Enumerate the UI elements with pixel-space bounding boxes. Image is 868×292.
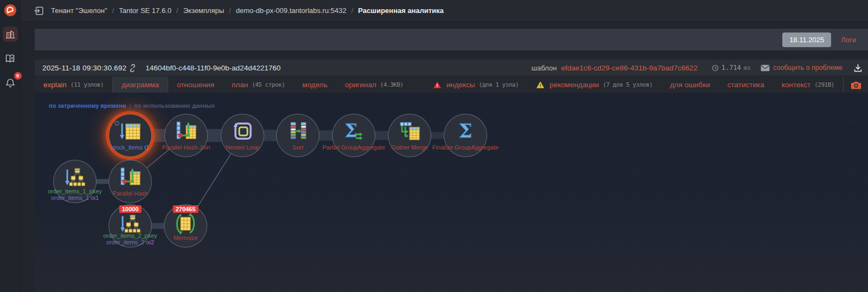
envelope-icon xyxy=(761,64,770,72)
tab-plan[interactable]: план(45 строк) xyxy=(223,76,293,93)
plan-diagram: по затраченному времени|по использованию… xyxy=(35,93,868,292)
aggregate-icon: Σ xyxy=(454,119,477,145)
tab-relations[interactable]: отношения xyxy=(168,76,223,93)
plan-node-parallel-hash[interactable]: Parallel Hash xyxy=(108,160,152,203)
tab-original[interactable]: оригинал(4.3KB) xyxy=(336,76,412,93)
plan-node-parallel-hash-join[interactable]: Parallel Hash Join xyxy=(164,114,208,157)
svg-text:!: ! xyxy=(436,82,438,88)
building-icon xyxy=(5,29,16,40)
camera-icon xyxy=(851,80,861,89)
plan-node-memoize[interactable]: 270465 Memoize xyxy=(164,204,207,248)
tab-for-error[interactable]: для ошибки xyxy=(661,76,719,93)
report-problem-link[interactable]: сообщить о проблеме xyxy=(761,64,843,72)
mode-by-time[interactable]: по затраченному времени xyxy=(49,102,126,109)
hash-join-icon xyxy=(174,119,198,145)
plan-node-order-items-1[interactable]: order_items_1_pkey order_items_1oi1 xyxy=(53,160,97,203)
plan-node-partial-groupaggregate[interactable]: Σ Partial GroupAggregate xyxy=(332,114,375,157)
breadcrumb-separator: / xyxy=(112,7,114,15)
nested-loop-icon xyxy=(231,119,254,145)
query-header-right: шаблон efdae1c6-cd29-ce86-431b-9a7bad7c6… xyxy=(532,63,863,73)
node-label: Parallel Hash xyxy=(112,191,148,197)
memoize-icon xyxy=(174,212,197,238)
content-area: Тенант "Эшелон" / Tantor SE 17.6.0 / Экз… xyxy=(21,0,868,292)
duration-unit: ms xyxy=(744,64,751,72)
tab-recommendations[interactable]: ! рекомендации(7 для 5 узлов) xyxy=(527,76,661,93)
notifications-badge: 9 xyxy=(14,72,22,80)
node-label: Sort xyxy=(292,145,303,151)
breadcrumb-item-tenant[interactable]: Тенант "Эшелон" xyxy=(51,7,107,15)
tab-statistics[interactable]: статистика xyxy=(719,76,773,93)
query-timestamp: 2025-11-18 09:30:30.692 xyxy=(42,64,126,72)
tab-diagram[interactable]: диаграмма xyxy=(112,76,168,93)
breadcrumb: Тенант "Эшелон" / Tantor SE 17.6.0 / Экз… xyxy=(51,7,444,15)
node-label: Partial GroupAggregate xyxy=(322,145,385,151)
node-label: Memoize xyxy=(174,235,198,242)
screenshot-button[interactable] xyxy=(843,76,868,93)
sidebar-item-docs[interactable] xyxy=(3,51,18,66)
query-panel: 2025-11-18 09:30:30.692 14604bf0-c448-11… xyxy=(35,60,868,292)
rows-badge: 10000 xyxy=(119,205,142,213)
svg-text:!: ! xyxy=(540,82,541,88)
red-warning-icon: ! xyxy=(433,81,442,89)
template-id-link[interactable]: efdae1c6-cd29-ce86-431b-9a7bad7c6622 xyxy=(561,64,697,72)
svg-text:Σ: Σ xyxy=(344,120,358,141)
node-label: order_items_1_pkey order_items_1oi1 xyxy=(48,189,102,201)
breadcrumb-item-version[interactable]: Tantor SE 17.6.0 xyxy=(119,7,171,15)
breadcrumb-separator: / xyxy=(351,7,353,15)
diagram-mode-toggle: по затраченному времени|по использованию… xyxy=(49,102,215,109)
breadcrumb-item-current: Расширенная аналитика xyxy=(358,7,444,15)
tabs-right-group: ! индексы(для 1 узла) ! рекомендации(7 д… xyxy=(424,76,868,93)
breadcrumb-item-instances[interactable]: Экземпляры xyxy=(183,7,224,15)
node-anchor-dot xyxy=(114,121,119,126)
breadcrumb-separator: / xyxy=(229,7,231,15)
tab-explain[interactable]: explain(11 узлов) xyxy=(35,76,112,93)
plan-node-nested-loop[interactable]: Nested Loop xyxy=(221,114,264,157)
duration: 1.714 ms xyxy=(712,64,751,72)
breadcrumb-bar: Тенант "Эшелон" / Tantor SE 17.6.0 / Экз… xyxy=(21,0,868,22)
seq-scan-icon xyxy=(118,119,142,145)
svg-text:Σ: Σ xyxy=(458,119,472,142)
date-picker-button[interactable]: 18.11.2025 xyxy=(782,33,831,47)
tab-indexes[interactable]: ! индексы(для 1 узла) xyxy=(424,76,527,93)
bell-icon xyxy=(5,77,16,88)
tab-context[interactable]: контекст(291B) xyxy=(773,76,843,93)
clock-icon xyxy=(712,64,719,72)
sidebar-item-notifications[interactable]: 9 xyxy=(3,75,18,90)
book-icon xyxy=(4,53,16,64)
template-label: шаблон xyxy=(532,64,557,72)
left-sidebar: 9 xyxy=(0,0,21,292)
plan-node-sort[interactable]: Sort xyxy=(276,114,320,157)
gather-merge-icon xyxy=(398,119,422,145)
plan-node-order-items-2[interactable]: 10000 order_items_2_pkey order_items_2oi… xyxy=(108,204,152,248)
node-label: Finalize GroupAggregate xyxy=(432,145,499,151)
report-problem-label: сообщить о проблеме xyxy=(773,64,843,72)
node-label: Gather Merge xyxy=(391,145,428,151)
sidebar-item-instances[interactable] xyxy=(3,27,18,42)
mode-by-data[interactable]: по использованию данных xyxy=(134,102,215,109)
tantor-logo-icon[interactable] xyxy=(4,4,17,17)
node-label: stock_itemst1 xyxy=(111,145,149,151)
breadcrumb-entry-icon xyxy=(34,5,44,16)
tabs-bar: explain(11 узлов) диаграмма отношения пл… xyxy=(35,76,868,93)
plan-node-finalize-groupaggregate[interactable]: Σ Finalize GroupAggregate xyxy=(444,114,487,157)
breadcrumb-item-host[interactable]: demo-db-px-009.tantorlabs.ru:5432 xyxy=(236,7,347,15)
sort-icon xyxy=(286,119,310,145)
index-scan-icon xyxy=(63,165,87,191)
download-icon[interactable] xyxy=(853,63,863,73)
plan-node-gather-merge[interactable]: Gather Merge xyxy=(388,114,431,157)
yellow-warning-icon: ! xyxy=(536,81,545,89)
mode-divider: | xyxy=(129,102,131,109)
node-label: order_items_2_pkey order_items_2oi2 xyxy=(103,233,157,245)
hash-icon xyxy=(118,165,142,191)
node-label: Nested Loop xyxy=(226,145,259,151)
aggregate-partial-icon: Σ xyxy=(342,119,366,145)
duration-value: 1.714 xyxy=(722,64,741,72)
filter-toolbar: 18.11.2025 Логи xyxy=(35,29,868,50)
rows-badge: 270465 xyxy=(173,205,199,213)
logs-link[interactable]: Логи xyxy=(841,36,856,44)
node-label: Parallel Hash Join xyxy=(162,145,210,151)
plan-node-stock-items[interactable]: stock_itemst1 xyxy=(108,114,152,157)
permalink-icon[interactable] xyxy=(129,64,137,72)
tab-model[interactable]: модель xyxy=(293,76,336,93)
query-id: 14604bf0-c448-11f0-9e0b-ad24d4221760 xyxy=(145,64,280,72)
